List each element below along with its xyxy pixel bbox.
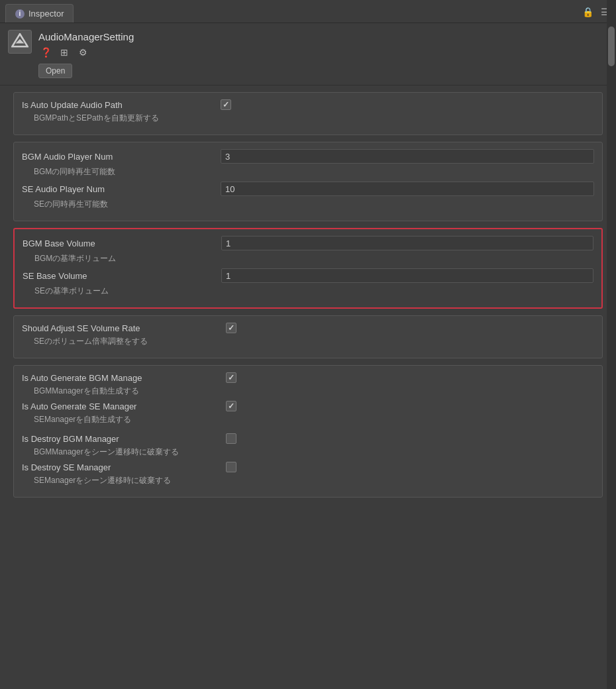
auto-gen-se-checkbox[interactable] [226,401,236,411]
adjust-se-volume-sub: SEのボリューム倍率調整をする [34,336,594,347]
bgm-base-volume-label: BGM Base Volume [23,238,221,248]
asset-title: AudioManagerSetting [38,30,608,44]
adjust-se-volume-label: Should Adjust SE Volume Rate [22,323,221,333]
se-base-volume-sub: SEの基準ボリューム [34,286,593,297]
destroy-se-checkbox[interactable] [226,462,236,472]
destroy-bgm-checkbox[interactable] [226,433,236,444]
inspector-header: AudioManagerSetting ❓ ⊞ ⚙ Open [0,23,616,85]
bgm-base-volume-row: BGM Base Volume [23,236,593,250]
se-player-num-input[interactable] [221,182,594,196]
player-num-section: BGM Audio Player Num BGMの同時再生可能数 SE Audi… [13,142,603,221]
open-button[interactable]: Open [38,64,72,78]
bgm-base-volume-input[interactable] [221,236,593,250]
se-base-volume-row: SE Base Volume [23,268,593,283]
generate-destroy-section: Is Auto Generate BGM Manage BGMManagerを自… [13,365,603,498]
auto-update-sub: BGMPathとSEPathを自動更新する [34,113,594,124]
base-volume-section: BGM Base Volume BGMの基準ボリューム SE Base Volu… [13,228,603,309]
auto-gen-se-sub: SEManagerを自動生成する [34,414,594,425]
destroy-se-sub: SEManagerをシーン遷移時に破棄する [34,475,594,486]
destroy-bgm-label: Is Destroy BGM Manager [22,434,221,444]
adjust-se-volume-checkbox[interactable] [226,323,236,333]
header-icon-row: ❓ ⊞ ⚙ [38,45,608,60]
bgm-base-volume-sub: BGMの基準ボリューム [34,253,593,264]
auto-gen-bgm-sub: BGMManagerを自動生成する [34,386,594,397]
auto-gen-bgm-label: Is Auto Generate BGM Manage [22,373,221,383]
destroy-bgm-row: Is Destroy BGM Manager [22,433,594,444]
destroy-se-row: Is Destroy SE Manager [22,462,594,472]
se-player-num-sub: SEの同時再生可能数 [34,199,594,210]
layout-icon[interactable]: ⊞ [57,45,72,60]
auto-update-row: Is Auto Update Audio Path [22,99,594,110]
bgm-player-num-label: BGM Audio Player Num [22,152,221,162]
adjust-se-volume-row: Should Adjust SE Volume Rate [22,323,594,333]
auto-update-label: Is Auto Update Audio Path [22,100,221,110]
tab-bar: i Inspector 🔒 ☰ [0,0,616,23]
scrollbar-thumb[interactable] [608,26,615,66]
destroy-bgm-sub: BGMManagerをシーン遷移時に破棄する [34,447,594,458]
inspector-tab[interactable]: i Inspector [5,4,74,23]
inspector-title-block: AudioManagerSetting ❓ ⊞ ⚙ Open [38,30,608,78]
inspector-tab-icon: i [15,9,25,19]
auto-gen-se-row: Is Auto Generate SE Manager [22,401,594,411]
lock-icon[interactable]: 🔒 [582,6,593,18]
auto-update-section: Is Auto Update Audio Path BGMPathとSEPath… [13,92,603,135]
se-base-volume-label: SE Base Volume [23,271,221,281]
destroy-se-label: Is Destroy SE Manager [22,462,221,472]
se-base-volume-input[interactable] [221,268,593,283]
bgm-player-num-row: BGM Audio Player Num [22,149,594,164]
se-player-num-label: SE Audio Player Num [22,184,221,194]
auto-gen-bgm-row: Is Auto Generate BGM Manage [22,372,594,383]
bgm-player-num-input[interactable] [221,149,594,164]
auto-gen-bgm-checkbox[interactable] [226,372,236,383]
se-player-num-row: SE Audio Player Num [22,182,594,196]
inspector-tab-label: Inspector [28,9,64,19]
adjust-se-volume-section: Should Adjust SE Volume Rate SEのボリューム倍率調… [13,315,603,358]
inspector-content: Is Auto Update Audio Path BGMPathとSEPath… [0,85,616,511]
settings-icon[interactable]: ⚙ [76,45,90,60]
help-icon[interactable]: ❓ [38,45,53,60]
scrollbar[interactable] [607,0,616,689]
unity-logo [8,30,32,54]
auto-update-checkbox[interactable] [221,99,231,110]
auto-gen-se-label: Is Auto Generate SE Manager [22,401,221,411]
bgm-player-num-sub: BGMの同時再生可能数 [34,166,594,178]
